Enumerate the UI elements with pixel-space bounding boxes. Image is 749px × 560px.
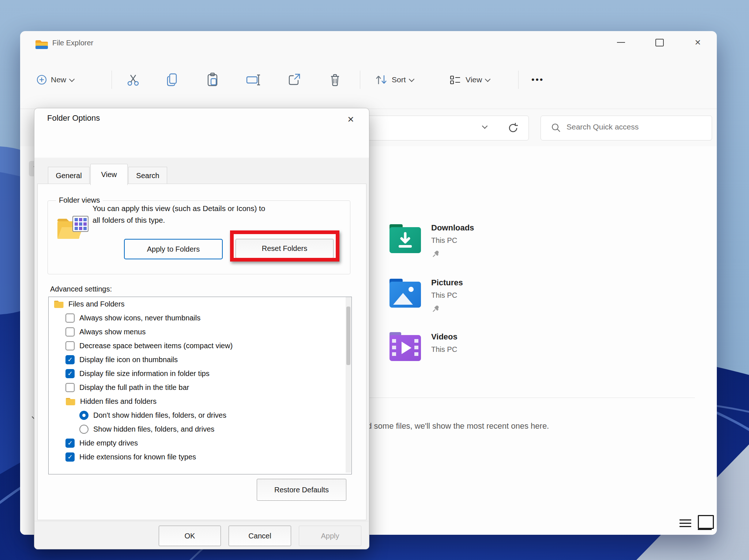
recent-files-hint: ed some files, we'll show the most recen… xyxy=(363,421,549,431)
close-icon: × xyxy=(347,113,354,125)
cancel-label: Cancel xyxy=(248,532,271,540)
sort-button[interactable]: Sort xyxy=(374,68,414,92)
details-view-icon xyxy=(680,526,691,527)
apply-button[interactable]: Apply xyxy=(299,526,361,546)
details-view-icon xyxy=(680,523,691,524)
advanced-item-label: Hidden files and folders xyxy=(80,397,157,406)
checkbox[interactable] xyxy=(65,313,75,323)
title-bar: File Explorer × xyxy=(20,31,717,57)
advanced-item[interactable]: ✓Hide empty drives xyxy=(49,436,351,450)
check-icon: ✓ xyxy=(67,356,72,364)
cut-button[interactable] xyxy=(125,68,141,92)
advanced-item-label: Display file size information in folder … xyxy=(79,369,210,378)
advanced-list-scrollbar[interactable] xyxy=(346,297,351,473)
plus-circle-icon xyxy=(36,74,47,85)
search-input[interactable]: Search Quick access xyxy=(541,116,712,140)
pin-icon xyxy=(432,305,440,313)
radio-button[interactable] xyxy=(79,411,89,420)
tab-view[interactable]: View xyxy=(90,164,128,185)
advanced-item[interactable]: ✓Hide extensions for known file types xyxy=(49,450,351,464)
check-icon: ✓ xyxy=(67,453,72,461)
details-view-button[interactable] xyxy=(680,517,691,529)
view-button[interactable]: View xyxy=(449,68,490,92)
delete-button[interactable] xyxy=(327,68,343,92)
restore-defaults-label: Restore Defaults xyxy=(274,486,329,494)
chevron-down-icon xyxy=(409,76,414,82)
thumbnail-view-icon xyxy=(698,515,714,529)
folder-icon xyxy=(65,397,75,406)
scrollbar-thumb[interactable] xyxy=(346,307,350,365)
new-button-label: New xyxy=(51,75,66,84)
checkbox[interactable]: ✓ xyxy=(65,355,75,364)
paste-button[interactable] xyxy=(205,68,221,92)
advanced-item-label: Files and Folders xyxy=(68,300,124,308)
tab-search[interactable]: Search xyxy=(128,167,167,184)
cancel-button[interactable]: Cancel xyxy=(229,526,291,546)
desktop-wallpaper: File Explorer × New xyxy=(0,0,749,560)
minimize-button[interactable] xyxy=(610,31,632,54)
advanced-item-label: Hide empty drives xyxy=(79,439,138,447)
advanced-item[interactable]: Don't show hidden files, folders, or dri… xyxy=(49,408,351,422)
tile-location: This PC xyxy=(431,236,457,245)
advanced-item[interactable]: Show hidden files, folders, and drives xyxy=(49,422,351,436)
checkbox[interactable] xyxy=(65,341,75,350)
advanced-settings-list[interactable]: Files and FoldersAlways show icons, neve… xyxy=(48,297,352,474)
folder-views-description-line1: You can apply this view (such as Details… xyxy=(93,204,265,213)
advanced-item[interactable]: Always show menus xyxy=(49,325,351,339)
maximize-button[interactable] xyxy=(649,31,670,54)
checkbox[interactable] xyxy=(65,327,75,337)
rename-icon xyxy=(245,72,261,87)
advanced-item[interactable]: Hidden files and folders xyxy=(49,394,351,408)
radio-button[interactable] xyxy=(79,425,89,434)
advanced-item-label: Don't show hidden files, folders, or dri… xyxy=(93,411,226,420)
restore-defaults-button[interactable]: Restore Defaults xyxy=(257,479,346,501)
refresh-icon[interactable] xyxy=(507,122,519,134)
toolbar-divider xyxy=(360,71,360,89)
more-options-button[interactable]: ••• xyxy=(531,68,544,92)
pictures-folder-icon xyxy=(389,277,422,309)
section-divider xyxy=(369,398,695,398)
rename-button[interactable] xyxy=(245,68,261,92)
dialog-footer: OK Cancel Apply xyxy=(34,521,369,549)
tab-general[interactable]: General xyxy=(48,167,90,184)
tile-name: Downloads xyxy=(431,223,474,233)
checkbox[interactable]: ✓ xyxy=(65,369,75,378)
folder-views-icon xyxy=(56,214,90,244)
advanced-item[interactable]: ✓Display file icon on thumbnails xyxy=(49,353,351,367)
dialog-close-button[interactable]: × xyxy=(343,111,359,127)
advanced-item[interactable]: Always show icons, never thumbnails xyxy=(49,311,351,325)
copy-button[interactable] xyxy=(165,68,180,92)
dialog-title-bar: Folder Options × xyxy=(34,108,369,158)
checkbox[interactable]: ✓ xyxy=(65,439,75,448)
scissors-icon xyxy=(125,72,141,87)
advanced-item[interactable]: Files and Folders xyxy=(49,297,351,311)
paste-icon xyxy=(205,72,221,87)
tile-name: Videos xyxy=(431,332,458,342)
advanced-item-label: Always show menus xyxy=(79,328,146,336)
reset-folders-highlight xyxy=(230,230,339,262)
tile-name: Pictures xyxy=(431,278,463,287)
share-button[interactable] xyxy=(286,68,302,92)
ok-button[interactable]: OK xyxy=(159,526,221,546)
view-icon xyxy=(449,74,462,86)
checkbox[interactable] xyxy=(65,383,75,392)
advanced-item[interactable]: Decrease space between items (compact vi… xyxy=(49,339,351,353)
checkbox[interactable]: ✓ xyxy=(65,452,75,462)
new-button[interactable]: New xyxy=(36,68,74,92)
advanced-item[interactable]: ✓Display file size information in folder… xyxy=(49,367,351,380)
view-button-label: View xyxy=(466,75,482,84)
videos-folder-icon xyxy=(389,330,422,362)
tab-label: View xyxy=(101,170,117,179)
advanced-item[interactable]: Display the full path in the title bar xyxy=(49,380,351,394)
thumbnail-view-button[interactable] xyxy=(698,515,714,529)
sort-icon xyxy=(374,73,388,86)
search-icon xyxy=(550,122,562,134)
address-dropdown-chevron-icon[interactable] xyxy=(482,123,488,129)
check-icon: ✓ xyxy=(67,370,72,377)
apply-to-folders-button[interactable]: Apply to Folders xyxy=(124,239,223,259)
folder-options-dialog: Folder Options × General View Search Fol… xyxy=(34,108,369,549)
toolbar-divider xyxy=(112,71,112,89)
close-button[interactable]: × xyxy=(687,31,708,54)
advanced-item-label: Always show icons, never thumbnails xyxy=(79,314,200,322)
ellipsis-icon: ••• xyxy=(531,75,544,85)
